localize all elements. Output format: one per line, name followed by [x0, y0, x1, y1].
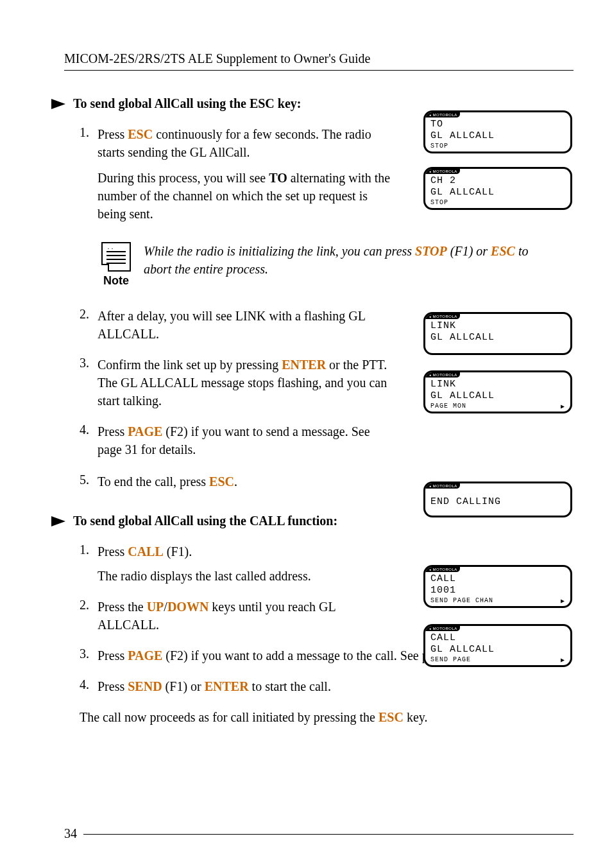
lcd-line2: GL ALLCALL [430, 332, 565, 343]
page-key: PAGE [128, 424, 162, 438]
note-text: While the radio is initializing the link… [144, 242, 541, 278]
enter-key: ENTER [205, 679, 249, 693]
lcd-line1: LINK [430, 379, 565, 390]
down-key: DOWN [167, 600, 208, 614]
lcd-line1: TO [430, 119, 565, 130]
page-footer: 34 [64, 826, 574, 841]
esc-key: ESC [209, 474, 234, 489]
motorola-logo: MOTOROLA [425, 112, 460, 117]
step-text: Press ESC continuously for a few seconds… [98, 125, 393, 223]
lcd-softkeys: SEND PAGE▶ [430, 656, 565, 663]
lcd-display-1: MOTOROLA TO GL ALLCALL STOP [423, 110, 572, 164]
motorola-logo: MOTOROLA [425, 626, 460, 631]
step-text: Press the UP/DOWN keys until you reach G… [98, 598, 393, 634]
final-line: The call now proceeds as for call initia… [80, 708, 516, 726]
send-key: SEND [128, 679, 162, 693]
scroll-arrow-icon: ▶ [561, 597, 565, 605]
note-icon-wrap: .. Note [101, 242, 131, 288]
lcd-softkeys: STOP [430, 143, 565, 150]
section-title: To send global AllCall using the CALL fu… [73, 514, 337, 528]
step-number: 2. [80, 307, 98, 343]
lcd-line2: GL ALLCALL [430, 187, 565, 198]
call-key: CALL [128, 544, 164, 559]
lcd-line2: 1001 [430, 585, 565, 596]
lcd-line2: GL ALLCALL [430, 644, 565, 655]
motorola-logo: MOTOROLA [425, 314, 460, 319]
page-key: PAGE [128, 648, 162, 663]
page-header: MICOM-2ES/2RS/2TS ALE Supplement to Owne… [64, 51, 574, 71]
step-number: 2. [80, 598, 98, 634]
step-number: 1. [80, 542, 98, 585]
triangle-icon [51, 516, 65, 526]
footer-rule [83, 834, 574, 835]
lcd-display-2: MOTOROLA CH 2 GL ALLCALL STOP [423, 167, 572, 220]
triangle-icon [51, 99, 65, 109]
lcd-line2: GL ALLCALL [430, 390, 565, 402]
up-key: UP [147, 600, 164, 614]
section-heading: To send global AllCall using the ESC key… [51, 96, 574, 111]
lcd-softkeys [430, 344, 565, 351]
step-text: Press CALL (F1). The radio displays the … [98, 542, 393, 585]
note-label: Note [101, 274, 131, 288]
step-text: After a delay, you will see LINK with a … [98, 307, 393, 343]
lcd-display-4: MOTOROLA LINK GL ALLCALL PAGE MON▶ [423, 370, 572, 424]
lcd-line1: CALL [430, 632, 565, 644]
lcd-line1: LINK [430, 320, 565, 332]
motorola-logo: MOTOROLA [425, 567, 460, 572]
esc-key: ESC [491, 244, 515, 258]
lcd-line1: CH 2 [430, 175, 565, 187]
scroll-arrow-icon: ▶ [561, 656, 565, 664]
note-callout: .. Note While the radio is initializing … [101, 242, 574, 288]
esc-key: ESC [378, 710, 404, 724]
lcd-display-6: MOTOROLA CALL 1001 SEND PAGE CHAN▶ [423, 565, 572, 618]
section-call: To send global AllCall using the CALL fu… [64, 514, 574, 726]
page-number: 34 [64, 826, 77, 841]
scroll-arrow-icon: ▶ [561, 403, 565, 410]
lcd-line1: END CALLING [430, 496, 565, 508]
esc-key: ESC [128, 127, 153, 141]
lcd-display-5: MOTOROLA END CALLING [423, 482, 572, 528]
note-icon: .. [101, 242, 131, 272]
motorola-logo: MOTOROLA [425, 372, 460, 378]
step-text: To end the call, press ESC. [98, 473, 393, 490]
step-number: 4. [80, 422, 98, 458]
step-text: Press SEND (F1) or ENTER to start the ca… [98, 677, 534, 695]
lcd-display-3: MOTOROLA LINK GL ALLCALL [423, 312, 572, 365]
step-text: Press PAGE (F2) if you want to send a me… [98, 422, 393, 458]
step-number: 5. [80, 473, 98, 490]
step-text: Confirm the link set up by pressing ENTE… [98, 356, 393, 410]
lcd-display-7: MOTOROLA CALL GL ALLCALL SEND PAGE▶ [423, 624, 572, 677]
motorola-logo: MOTOROLA [425, 483, 460, 489]
enter-key: ENTER [282, 358, 326, 372]
lcd-softkeys: PAGE MON▶ [430, 403, 565, 410]
step-number: 1. [80, 125, 98, 223]
step-number: 4. [80, 677, 98, 695]
lcd-line2: GL ALLCALL [430, 130, 565, 142]
section-title: To send global AllCall using the ESC key… [73, 96, 301, 111]
step-number: 3. [80, 356, 98, 410]
motorola-logo: MOTOROLA [425, 169, 460, 174]
step-number: 3. [80, 647, 98, 664]
lcd-softkeys: STOP [430, 199, 565, 206]
stop-key: STOP [415, 244, 447, 258]
lcd-softkeys: SEND PAGE CHAN▶ [430, 597, 565, 604]
lcd-line1: CALL [430, 573, 565, 585]
